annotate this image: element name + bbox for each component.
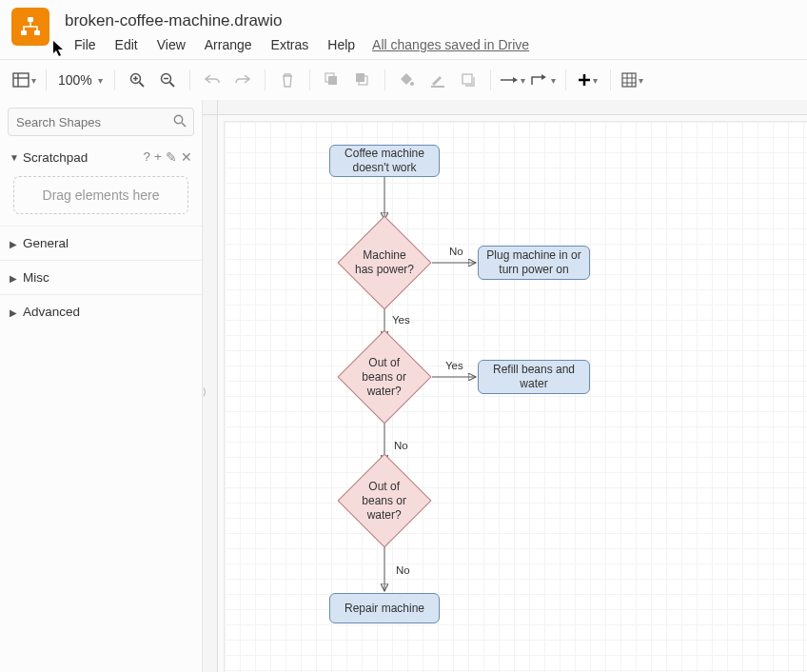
menu-file[interactable]: File bbox=[65, 33, 106, 56]
sidebar-section-misc[interactable]: ▶Misc bbox=[0, 260, 202, 294]
app-logo bbox=[11, 8, 49, 46]
menu-edit[interactable]: Edit bbox=[106, 33, 148, 56]
insert-button[interactable]: ▾ bbox=[574, 66, 602, 94]
node-plug-in[interactable]: Plug machine in or turn power on bbox=[478, 246, 590, 280]
node-label: Out of beans or water? bbox=[352, 356, 417, 399]
svg-point-27 bbox=[174, 115, 182, 123]
svg-rect-22 bbox=[622, 73, 636, 87]
connection-style-button[interactable]: ▾ bbox=[499, 66, 527, 94]
app-root: broken-coffee-machine.drawio File Edit V… bbox=[0, 0, 807, 672]
svg-rect-2 bbox=[34, 30, 40, 35]
svg-rect-13 bbox=[328, 76, 337, 85]
chevron-down-icon: ▾ bbox=[593, 75, 598, 86]
node-label: Coffee machine doesn't work bbox=[330, 147, 439, 175]
search-icon[interactable] bbox=[173, 114, 187, 130]
splitter-handle[interactable]: ⟨⟩ bbox=[203, 386, 207, 397]
menu-arrange[interactable]: Arrange bbox=[195, 33, 262, 56]
scratchpad-dropzone[interactable]: Drag elements here bbox=[13, 176, 188, 214]
sidebar: ▼ Scratchpad ? + ✎ ✕ Drag elements here … bbox=[0, 100, 203, 672]
menu-help[interactable]: Help bbox=[318, 33, 364, 56]
menu-view[interactable]: View bbox=[148, 33, 195, 56]
node-refill[interactable]: Refill beans and water bbox=[478, 360, 590, 394]
chevron-down-icon: ▾ bbox=[521, 75, 525, 86]
sidebar-label: Advanced bbox=[23, 305, 80, 319]
edge-label-no: No bbox=[394, 440, 408, 451]
ruler-corner bbox=[203, 100, 218, 115]
chevron-right-icon: ▶ bbox=[10, 239, 17, 249]
scratchpad-label: Scratchpad bbox=[23, 150, 88, 165]
svg-line-7 bbox=[139, 83, 144, 88]
edge-label-no: No bbox=[449, 246, 463, 257]
redo-button[interactable] bbox=[228, 66, 257, 94]
table-button[interactable]: ▾ bbox=[619, 66, 647, 94]
save-status[interactable]: All changes saved in Drive bbox=[372, 37, 529, 52]
node-label: Refill beans and water bbox=[479, 363, 589, 391]
waypoint-style-button[interactable]: ▾ bbox=[529, 66, 558, 94]
edge-label-yes: Yes bbox=[445, 360, 463, 371]
sidebar-section-general[interactable]: ▶General bbox=[0, 226, 202, 260]
menu-extras[interactable]: Extras bbox=[262, 33, 319, 56]
document-title[interactable]: broken-coffee-machine.drawio bbox=[65, 11, 282, 30]
chevron-down-icon: ▼ bbox=[10, 152, 19, 163]
line-color-button[interactable] bbox=[423, 66, 452, 94]
chevron-right-icon: ▶ bbox=[10, 273, 17, 284]
help-icon[interactable]: ? bbox=[144, 149, 151, 165]
delete-button[interactable] bbox=[273, 66, 302, 94]
fill-color-button[interactable] bbox=[393, 66, 422, 94]
node-label: Plug machine in or turn power on bbox=[479, 248, 589, 277]
chevron-down-icon: ▾ bbox=[98, 75, 103, 86]
svg-rect-3 bbox=[13, 73, 29, 87]
titlebar: broken-coffee-machine.drawio bbox=[0, 0, 807, 30]
toolbar: ▾ 100%▾ ▾ ▾ ▾ ▾ bbox=[0, 60, 807, 100]
svg-rect-18 bbox=[463, 74, 472, 84]
scratchpad-hint: Drag elements here bbox=[43, 188, 160, 203]
node-label: Out of beans or water? bbox=[352, 480, 417, 523]
svg-rect-1 bbox=[21, 30, 27, 35]
edge-label-no: No bbox=[396, 564, 410, 576]
undo-button[interactable] bbox=[198, 66, 226, 94]
zoom-level[interactable]: 100%▾ bbox=[54, 72, 107, 88]
chevron-down-icon: ▾ bbox=[639, 75, 643, 86]
canvas[interactable]: ⟨⟩ Coffee machine doesn' bbox=[203, 100, 807, 672]
panel-toggle-button[interactable]: ▾ bbox=[10, 66, 38, 94]
canvas-page[interactable]: Coffee machine doesn't work Machine has … bbox=[224, 121, 807, 672]
sidebar-section-advanced[interactable]: ▶Advanced bbox=[0, 294, 202, 328]
node-start[interactable]: Coffee machine doesn't work bbox=[329, 145, 440, 177]
zoom-value: 100% bbox=[58, 72, 92, 88]
chevron-down-icon: ▾ bbox=[31, 75, 36, 86]
svg-line-11 bbox=[169, 83, 174, 88]
workspace: ▼ Scratchpad ? + ✎ ✕ Drag elements here … bbox=[0, 100, 807, 672]
svg-line-28 bbox=[182, 123, 186, 127]
search-input[interactable] bbox=[8, 108, 194, 136]
svg-rect-15 bbox=[356, 73, 364, 82]
to-back-button[interactable] bbox=[348, 66, 377, 94]
sidebar-label: Misc bbox=[23, 270, 49, 285]
pencil-icon[interactable]: ✎ bbox=[166, 149, 177, 165]
scratchpad-header[interactable]: ▼ Scratchpad ? + ✎ ✕ bbox=[0, 144, 202, 170]
to-front-button[interactable] bbox=[318, 66, 346, 94]
sidebar-label: General bbox=[23, 236, 69, 250]
flowchart-edges bbox=[225, 122, 807, 672]
plus-icon[interactable]: + bbox=[154, 149, 162, 165]
zoom-out-button[interactable] bbox=[153, 66, 182, 94]
node-repair[interactable]: Repair machine bbox=[329, 593, 440, 623]
search-shapes bbox=[8, 108, 194, 136]
ruler-horizontal bbox=[218, 100, 807, 115]
node-label: Repair machine bbox=[344, 602, 424, 616]
svg-rect-0 bbox=[28, 17, 33, 22]
zoom-in-button[interactable] bbox=[123, 66, 151, 94]
node-label: Machine has power? bbox=[352, 248, 417, 277]
mouse-cursor-icon bbox=[52, 40, 66, 57]
menubar: File Edit View Arrange Extras Help All c… bbox=[0, 30, 807, 59]
shadow-button[interactable] bbox=[454, 66, 482, 94]
close-icon[interactable]: ✕ bbox=[181, 149, 192, 165]
edge-label-yes: Yes bbox=[392, 314, 410, 326]
chevron-right-icon: ▶ bbox=[10, 307, 17, 318]
chevron-down-icon: ▾ bbox=[551, 75, 556, 86]
